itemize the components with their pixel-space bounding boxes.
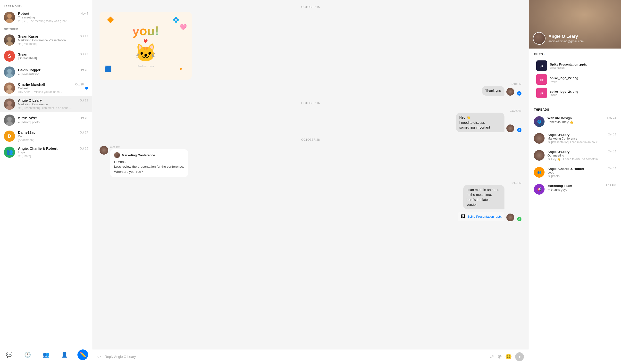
send-button[interactable]: ➤: [515, 352, 524, 361]
thread-subject-marketing: ↩ thanks guys: [548, 188, 616, 191]
file-name-pptx: Spike Presentation .pptx: [550, 63, 587, 66]
divider-3: [534, 164, 616, 164]
chat-sub-shalom: ↩ [Photo] photo: [18, 120, 88, 124]
chat-name-robert: Robert: [18, 12, 29, 16]
file-item-png1[interactable]: pik spike_logo_2x.png image: [534, 73, 616, 86]
thread-title: Marketing Conference: [122, 153, 155, 157]
divider-2: [534, 147, 616, 147]
attachment-link[interactable]: Spike Presentation .pptx: [467, 215, 501, 218]
chat-preview-dame: [Attachment]: [18, 138, 88, 142]
divider-4: [534, 181, 616, 181]
chat-date-shalom: Oct 23: [80, 116, 88, 120]
profile-avatar: [533, 32, 546, 45]
chat-date-gavin: Oct 28: [80, 68, 88, 72]
chat-item-dame[interactable]: D Dame18ac Oct 17 Doc [Attachment]: [0, 128, 92, 144]
files-section: FILES › pik Spike Presentation .pptx pre…: [529, 49, 621, 104]
nav-history[interactable]: 🕐: [22, 349, 33, 360]
chat-sub-sivan-kaspi: Marketing Conference Presentation: [18, 39, 88, 42]
chat-date-group: Oct 15: [80, 147, 88, 150]
msg-bubble-meet: I can meet in an hour.In the meantime, h…: [463, 185, 504, 209]
input-placeholder[interactable]: Reply Angie O Leary: [105, 355, 486, 359]
chat-preview-charlie: Hey Anna! · Missed you at lunch...: [18, 90, 84, 94]
file-type-png1: image: [550, 80, 578, 83]
file-divider-1: [535, 60, 535, 68]
chat-item-sivan[interactable]: S Sivan Oct 28 [Spreadsheet]: [0, 48, 92, 64]
file-divider-3: [535, 88, 535, 95]
thread-date-marketing: 7:21 PM: [606, 184, 616, 188]
nav-chat[interactable]: 💬: [4, 349, 15, 360]
thread-date-angie2: Oct 16: [608, 150, 616, 154]
file-item-png2[interactable]: pik spike_logo_2x.png image: [534, 86, 616, 100]
right-panel: Angie O Leary angiolearyping@gmail.com F…: [529, 0, 621, 364]
svg-point-2: [7, 37, 12, 41]
thread-subject-website: Robert Journey: 👍: [548, 120, 616, 124]
thread-item-angie2[interactable]: Angie O'Leary Oct 16 Our meeting 👁 Hey 👋…: [534, 148, 616, 163]
chat-sub-robert: The meeting: [18, 16, 88, 19]
thread-subject-group: Logo: [548, 171, 616, 174]
svg-point-7: [6, 89, 13, 94]
msg-bubble-thankyou: Thank you: [482, 86, 504, 96]
nav-profile[interactable]: 👤: [59, 349, 70, 360]
thread-item-website[interactable]: 🌐 Website Design Nov 15 Robert Journey: …: [534, 114, 616, 129]
chat-date-sivan-kaspi: Oct 28: [80, 35, 88, 38]
hey-section: 11:29 AM Hey 👋I need to discuss somethin…: [100, 109, 521, 132]
file-type-png2: image: [550, 93, 578, 96]
chat-item-charlie[interactable]: Charlie Marshall Oct 28 Coffee? Hey Anna…: [0, 80, 92, 96]
avatar-sent-1: [506, 88, 514, 96]
nav-compose[interactable]: ✏️: [77, 349, 88, 360]
msg-time-meet: 6:14 PM: [512, 182, 521, 184]
thread-avatar-website: 🌐: [534, 116, 545, 127]
chat-info-charlie: Charlie Marshall Oct 28 Coffee? Hey Anna…: [18, 83, 84, 94]
svg-point-9: [6, 105, 13, 110]
chat-name-charlie: Charlie Marshall: [18, 83, 45, 86]
file-type-pptx: presentation: [550, 66, 587, 69]
chat-info-group: Angie, Charlie & Robert Oct 15 Logo 👁 [P…: [18, 147, 88, 158]
msg-row-thankyou: Thank you 👁: [482, 86, 521, 96]
chat-preview-group: 👁 [Photo]: [18, 154, 88, 158]
thread-text: Hi AnnaLet's review the presentation for…: [114, 159, 184, 174]
file-item-pptx[interactable]: pik Spike Presentation .pptx presentatio…: [534, 59, 616, 73]
attachment-row: 🖼 Spike Presentation .pptx: [458, 212, 504, 221]
threads-header: THREADS: [534, 108, 616, 111]
emoji-icon[interactable]: 🙂: [505, 354, 512, 360]
thread-item-marketing[interactable]: 📢 Marketing Team 7:21 PM ↩ thanks guys: [534, 182, 616, 197]
chat-name-shalom: שלום היפיוף: [18, 116, 37, 120]
expand-icon[interactable]: ⤢: [490, 354, 494, 360]
meet-section: 6:14 PM I can meet in an hour.In the mea…: [100, 182, 521, 221]
thread-item-angie1[interactable]: Angie O'Leary Oct 28 Marketing Conferenc…: [534, 131, 616, 146]
avatar-sivan: S: [4, 50, 15, 62]
thread-preview-group: 👁 [Photo]: [548, 174, 601, 178]
chat-name-gavin: Gavin Jogger: [18, 68, 41, 72]
reply-icon[interactable]: ↩: [97, 354, 101, 360]
threads-section: THREADS 🌐 Website Design Nov 15 Robert J…: [529, 104, 621, 200]
avatar-shalom: [4, 115, 15, 126]
thread-sender-avatar: [114, 152, 120, 158]
svg-point-4: [7, 69, 12, 73]
add-icon[interactable]: ⊕: [498, 354, 502, 360]
nav-contacts[interactable]: 👥: [41, 349, 51, 360]
chat-item-robert[interactable]: Robert Nov 4 The meeting 👁 [GIF] The mee…: [0, 9, 92, 25]
chat-item-group[interactable]: 👥 Angie, Charlie & Robert Oct 15 Logo 👁 …: [0, 144, 92, 160]
svg-point-0: [7, 14, 12, 18]
svg-text:pik: pik: [540, 92, 544, 95]
thread-bubble-marketing: Marketing Conference Hi AnnaLet's review…: [110, 149, 188, 177]
chat-item-shalom[interactable]: שלום היפיוף Oct 23 ↩ [Photo] photo: [0, 112, 92, 128]
thread-preview-angie2: 👁 Hey 👋 · I need to discuss something...: [548, 157, 601, 161]
profile-overlay: Angie O Leary angiolearyping@gmail.com: [533, 32, 584, 45]
thread-info-website: Website Design Nov 15 Robert Journey: 👍: [548, 116, 616, 124]
avatar-angie-thread: [100, 146, 108, 155]
thread-info-marketing: Marketing Team 7:21 PM ↩ thanks guys: [548, 184, 616, 191]
chat-item-angie[interactable]: Angie O Leary Oct 28 Marketing Conferenc…: [0, 96, 92, 112]
msg-bubble-hey: Hey 👋I need to discuss something importa…: [456, 113, 504, 132]
chat-item-gavin[interactable]: Gavin Jogger Oct 28 ↩ [Presentation]: [0, 64, 92, 80]
profile-header: Angie O Leary angiolearyping@gmail.com: [529, 0, 621, 49]
thread-item-group[interactable]: 👥 Angie, Charlie & Robert Oct 15 Logo 👁 …: [534, 165, 616, 180]
files-header[interactable]: FILES ›: [534, 52, 616, 56]
decor-arrow: 🔶: [107, 17, 114, 23]
chat-sub-sivan: [Spreadsheet]: [18, 57, 88, 60]
file-name-png1: spike_logo_2x.png: [550, 76, 578, 80]
chat-item-sivan-kaspi[interactable]: Sivan Kaspi Oct 28 Marketing Conference …: [0, 32, 92, 48]
chat-sub-charlie: Coffee?: [18, 87, 84, 90]
date-header-oct15: OCTOBER 15: [100, 2, 521, 10]
profile-text: Angie O Leary angiolearyping@gmail.com: [548, 34, 584, 43]
